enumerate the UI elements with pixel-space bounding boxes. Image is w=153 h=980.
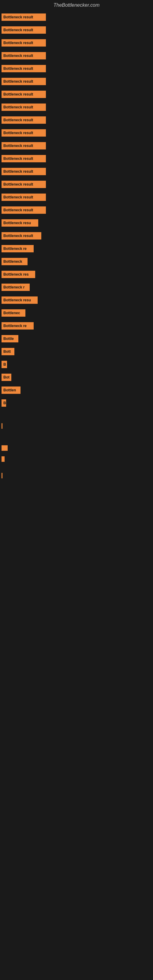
bottleneck-result-label: Bottleneck result xyxy=(2,78,46,85)
bar-row: Bott xyxy=(0,348,153,355)
bottleneck-result-label: Bottleneck resu xyxy=(2,219,38,227)
bottleneck-result-label: B xyxy=(2,399,6,407)
bottleneck-result-label: Bottleneck result xyxy=(2,65,46,72)
bottleneck-result-label: Bottleneck res xyxy=(2,271,35,278)
bottleneck-result-label: Bottleneck result xyxy=(2,129,46,137)
bar-row: Bottleneck result xyxy=(0,232,153,240)
bottleneck-result-label: Bott xyxy=(2,348,14,355)
bottleneck-result-label: Bottleneck result xyxy=(2,39,46,46)
bar-row: B xyxy=(0,399,153,407)
bar-row: Bottleneck result xyxy=(0,194,153,201)
bottleneck-result-label: Bottleneck result xyxy=(2,91,46,98)
bar-row xyxy=(0,456,153,462)
bar-row: Bottleneck result xyxy=(0,65,153,72)
bar-row: Bottleneck result xyxy=(0,207,153,214)
site-title: TheBottlenecker.com xyxy=(0,0,153,10)
small-bar xyxy=(2,423,2,429)
bottleneck-result-label: Bottleneck re xyxy=(2,322,33,329)
bottleneck-result-label: Bottleneck xyxy=(2,258,27,265)
bar-row: Bottleneck re xyxy=(0,245,153,252)
bar-row: Bottleneck result xyxy=(0,116,153,124)
bar-row: Bottleneck result xyxy=(0,168,153,175)
bar-row: Bottleneck res xyxy=(0,271,153,278)
bottleneck-result-label: Bottleneck result xyxy=(2,194,46,201)
bar-row: Bottlenec xyxy=(0,309,153,317)
bar-row: B xyxy=(0,361,153,368)
bottleneck-result-label: Bottlenec xyxy=(2,309,26,317)
bar-row: Bottlen xyxy=(0,387,153,394)
bar-row: Bottle xyxy=(0,335,153,342)
chart-area: Bottleneck resultBottleneck resultBottle… xyxy=(0,10,153,478)
bottleneck-result-label: Bottleneck result xyxy=(2,116,46,124)
bottleneck-result-label: Bottleneck result xyxy=(2,181,46,188)
bottleneck-result-label: Bottleneck r xyxy=(2,283,30,291)
bottleneck-result-label: Bottleneck result xyxy=(2,168,46,175)
bottleneck-result-label: Bottleneck result xyxy=(2,13,46,21)
bottleneck-result-label: Bottleneck result xyxy=(2,26,46,34)
bar-row: Bottleneck result xyxy=(0,39,153,46)
bottleneck-result-label: Bot xyxy=(2,374,11,381)
bottleneck-result-label: Bottleneck result xyxy=(2,142,46,150)
bottleneck-result-label: B xyxy=(2,361,7,368)
bar-row: Bottleneck result xyxy=(0,142,153,150)
bar-row: Bottleneck result xyxy=(0,91,153,98)
bar-row: Bottleneck resu xyxy=(0,219,153,227)
bar-row: Bottleneck r xyxy=(0,283,153,291)
bottleneck-result-label: Bottle xyxy=(2,335,18,342)
bar-row: Bottleneck xyxy=(0,258,153,265)
bar-row: Bottleneck result xyxy=(0,103,153,111)
bar-row xyxy=(0,473,153,478)
small-bar xyxy=(2,456,5,462)
bar-row: Bottleneck result xyxy=(0,181,153,188)
bar-row: Bottleneck result xyxy=(0,129,153,137)
bar-row: Bottleneck re xyxy=(0,322,153,329)
bar-row: Bottleneck result xyxy=(0,52,153,59)
bar-row xyxy=(0,445,153,451)
bottleneck-result-label: Bottleneck result xyxy=(2,103,46,111)
bar-row: Bottleneck resu xyxy=(0,296,153,304)
bottleneck-result-label: Bottleneck result xyxy=(2,207,46,214)
small-bar xyxy=(2,473,2,478)
bottleneck-result-label: Bottleneck re xyxy=(2,245,33,252)
bottleneck-result-label: Bottleneck result xyxy=(2,232,41,240)
bar-row: Bot xyxy=(0,374,153,381)
bar-row: Bottleneck result xyxy=(0,155,153,162)
bar-row: Bottleneck result xyxy=(0,26,153,34)
bottleneck-result-label: Bottleneck result xyxy=(2,52,46,59)
small-bar xyxy=(2,445,8,451)
bar-row: Bottleneck result xyxy=(0,78,153,85)
bar-row: Bottleneck result xyxy=(0,13,153,21)
bottleneck-result-label: Bottleneck result xyxy=(2,155,46,162)
bottleneck-result-label: Bottleneck resu xyxy=(2,296,38,304)
bottleneck-result-label: Bottlen xyxy=(2,387,21,394)
bar-row xyxy=(0,423,153,429)
